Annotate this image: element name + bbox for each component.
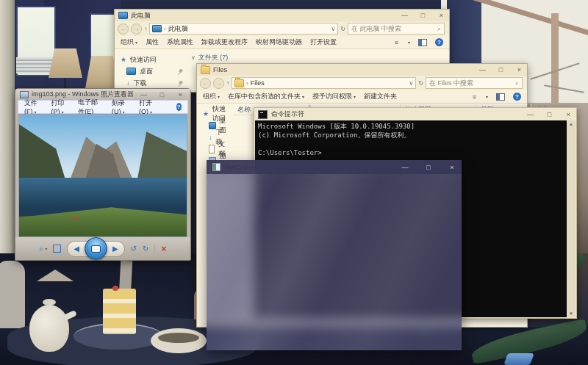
rotate-ccw-button[interactable]: ↺ xyxy=(131,245,137,253)
list-view-icon[interactable]: ≡ xyxy=(395,39,398,46)
wallpaper-beam xyxy=(551,13,559,106)
minimize-button[interactable]: — xyxy=(523,109,538,120)
zoom-button[interactable]: ⌕▾ xyxy=(40,245,48,253)
photo-titlebar[interactable]: img103.png - Windows 照片查看器 — □ × xyxy=(15,89,190,100)
rotate-cw-button[interactable]: ↻ xyxy=(143,245,148,253)
previous-button[interactable]: ◀ xyxy=(74,245,79,253)
menu-burn[interactable]: 刻录(U)▾ xyxy=(112,98,129,115)
thispc-titlebar[interactable]: 此电脑 — □ × xyxy=(115,10,449,21)
toolbar-organize[interactable]: 组织▾ xyxy=(203,92,220,101)
cmd-titlebar[interactable]: 命令提示符 — □ × xyxy=(254,108,576,120)
toolbar-system-properties[interactable]: 系统属性 xyxy=(167,37,193,47)
caret-down-icon[interactable]: ▾ xyxy=(486,94,488,99)
up-button[interactable]: ↑ xyxy=(144,26,147,32)
caret-down-icon: ▾ xyxy=(354,95,356,99)
forward-button[interactable]: → xyxy=(213,78,224,89)
breadcrumb-label[interactable]: 此电脑 xyxy=(168,24,188,34)
address-dropdown-icon[interactable]: ∨ xyxy=(331,26,335,32)
maximize-button[interactable]: □ xyxy=(419,160,438,174)
next-button[interactable]: ▶ xyxy=(112,245,118,253)
minimize-button[interactable]: — xyxy=(395,160,415,174)
sidebar-item-desktop[interactable]: 桌面 xyxy=(115,65,188,77)
folders-group-heading[interactable]: ∨ 文件夹 (7) xyxy=(188,49,449,62)
wallpaper-teacup xyxy=(151,328,207,353)
address-dropdown-icon[interactable]: ∨ xyxy=(409,80,413,87)
maximize-button[interactable]: □ xyxy=(493,65,509,76)
thispc-breadcrumb[interactable]: › 此电脑 ∨ xyxy=(149,23,338,35)
help-icon[interactable]: ? xyxy=(176,103,182,111)
close-button[interactable]: × xyxy=(434,10,449,21)
sidebar-label: 桌面 xyxy=(140,67,153,76)
crumb-separator-icon: › xyxy=(246,80,248,87)
forward-button[interactable]: → xyxy=(131,24,142,35)
breadcrumb-label[interactable]: Files xyxy=(251,79,265,87)
back-button[interactable]: ← xyxy=(200,78,211,89)
toolbar-open-settings[interactable]: 打开设置 xyxy=(310,37,337,47)
back-button[interactable]: ← xyxy=(118,24,129,35)
scroll-up-icon[interactable]: ▲ xyxy=(569,122,573,126)
photo-image-fjord-landscape xyxy=(18,114,187,237)
close-button[interactable]: × xyxy=(442,160,462,174)
cmd-window-title: 命令提示符 xyxy=(271,109,519,119)
sidebar-item-downloads[interactable]: ↓ 下载 xyxy=(115,77,188,89)
search-icon[interactable]: ⌕ xyxy=(437,25,441,33)
close-button[interactable]: × xyxy=(173,89,188,100)
wallpaper-blinds xyxy=(16,57,53,73)
window-swcatest[interactable]: SWCATest — □ × xyxy=(207,160,462,350)
wallpaper-hanging-shade xyxy=(37,270,74,281)
swca-titlebar[interactable]: SWCATest — □ × xyxy=(207,160,462,174)
swca-client-area[interactable] xyxy=(207,174,462,350)
menu-print[interactable]: 打印(P)▾ xyxy=(51,98,68,115)
close-button[interactable]: × xyxy=(561,109,576,120)
folders-heading-label: 文件夹 (7) xyxy=(198,53,229,62)
files-titlebar[interactable]: Files — □ × xyxy=(197,64,527,76)
files-breadcrumb[interactable]: › Files ∨ xyxy=(232,77,416,89)
folder-icon xyxy=(234,79,244,87)
actual-size-button[interactable] xyxy=(53,245,61,253)
sidebar-item-quick-access[interactable]: ★ 快速访问 xyxy=(115,54,188,65)
minimize-button[interactable]: — xyxy=(475,65,490,76)
document-icon xyxy=(209,145,215,153)
close-button[interactable]: × xyxy=(512,65,527,76)
preview-pane-icon[interactable] xyxy=(418,39,427,46)
wallpaper-cake xyxy=(103,289,136,334)
files-search-input[interactable]: 在 Files 中搜索 ⌕ xyxy=(426,77,523,89)
caret-down-icon: ▾ xyxy=(45,246,47,251)
help-icon[interactable]: ? xyxy=(435,38,443,46)
toolbar-organize[interactable]: 组织▾ xyxy=(121,37,137,47)
delete-button[interactable]: × xyxy=(161,244,166,254)
slideshow-button[interactable] xyxy=(85,237,107,260)
list-view-icon[interactable]: ≡ xyxy=(473,93,476,101)
maximize-button[interactable]: □ xyxy=(542,109,557,120)
menu-open[interactable]: 打开(O)▾ xyxy=(139,98,157,115)
maximize-button[interactable]: □ xyxy=(415,10,431,21)
scroll-down-icon[interactable]: ▼ xyxy=(569,311,573,316)
controls-divider xyxy=(154,244,155,254)
swca-window-title: SWCATest xyxy=(225,164,391,171)
cmd-scrollbar[interactable]: ▲ ▼ xyxy=(567,120,576,317)
caret-down-icon[interactable]: ▾ xyxy=(408,40,410,45)
toolbar-map-network-drive[interactable]: 映射网络驱动器 xyxy=(256,37,302,47)
window-photo-viewer[interactable]: img103.png - Windows 照片查看器 — □ × 文件(F)▾ … xyxy=(15,88,191,261)
help-icon[interactable]: ? xyxy=(513,93,521,101)
caret-down-icon: ▾ xyxy=(135,40,137,45)
up-button[interactable]: ↑ xyxy=(226,80,229,87)
search-icon[interactable]: ⌕ xyxy=(515,79,519,87)
collapse-chevron-icon[interactable]: ∨ xyxy=(191,54,196,61)
refresh-button[interactable]: ↻ xyxy=(340,26,345,32)
minimize-button[interactable]: — xyxy=(397,10,412,21)
preview-pane-icon[interactable] xyxy=(496,93,505,101)
toolbar-new-folder[interactable]: 新建文件夹 xyxy=(364,92,397,101)
download-arrow-icon: ↓ xyxy=(126,79,130,87)
toolbar-uninstall-program[interactable]: 卸载或更改程序 xyxy=(201,37,248,47)
toolbar-give-access[interactable]: 授予访问权限▾ xyxy=(312,92,356,101)
toolbar-include-in-library[interactable]: 在库中包含所选的文件夹▾ xyxy=(228,92,304,101)
refresh-button[interactable]: ↻ xyxy=(418,80,423,87)
photo-controls-bar: ⌕▾ ◀ ▶ ↺ ↻ × xyxy=(15,237,190,260)
thispc-search-input[interactable]: 在 此电脑 中搜索 ⌕ xyxy=(348,23,445,35)
this-pc-icon xyxy=(152,25,162,32)
download-arrow-icon: ↓ xyxy=(209,134,212,141)
menu-file[interactable]: 文件(F)▾ xyxy=(24,98,41,115)
toolbar-properties[interactable]: 属性 xyxy=(146,37,159,47)
files-window-title: Files xyxy=(213,66,472,73)
